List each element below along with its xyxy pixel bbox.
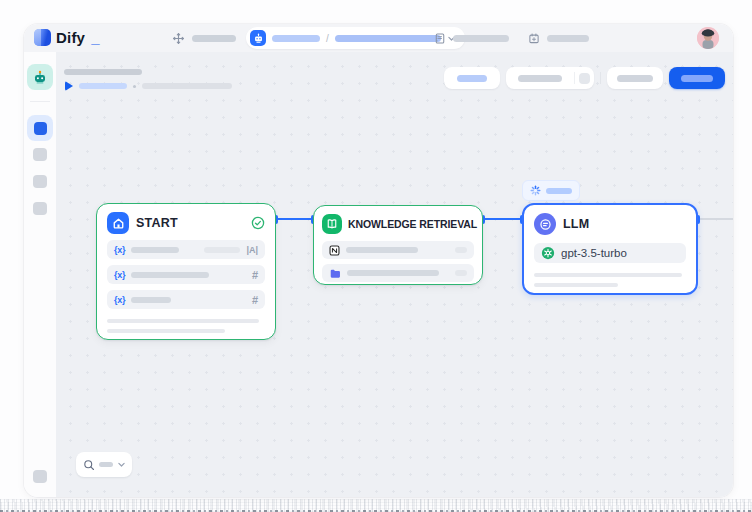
- changelog-link[interactable]: [434, 24, 509, 52]
- dataset-row[interactable]: [322, 264, 474, 282]
- toolbar-divider: [600, 72, 601, 84]
- schedule-link[interactable]: [528, 24, 589, 52]
- run-app-split-button[interactable]: [506, 67, 594, 89]
- features-button[interactable]: [444, 67, 500, 89]
- publish-button[interactable]: [669, 67, 725, 89]
- node-description: [534, 273, 686, 287]
- text-type-icon: |A|: [246, 245, 258, 255]
- placeholder-bar: [107, 329, 225, 333]
- variable-row[interactable]: {x} |A|: [107, 240, 265, 259]
- node-llm[interactable]: LLM gpt-3.5-turbo: [522, 203, 698, 295]
- sidebar-item-settings[interactable]: [33, 470, 47, 483]
- sidebar-item-workflow-active[interactable]: [27, 115, 53, 141]
- variable-icon: {x}: [114, 245, 125, 255]
- node-start[interactable]: START {x} |A| {x} # {x} #: [96, 203, 276, 340]
- sidebar-item[interactable]: [33, 175, 47, 188]
- sidebar-item[interactable]: [33, 148, 47, 161]
- workflow-icon: [34, 122, 47, 135]
- user-avatar[interactable]: [697, 27, 719, 49]
- placeholder-bar: [107, 319, 259, 323]
- path-separator: /: [326, 33, 329, 44]
- app-selector[interactable]: /: [246, 27, 465, 49]
- sidebar-divider: [30, 101, 50, 102]
- brand-cursor: _: [91, 29, 99, 46]
- robot-icon: [250, 30, 266, 46]
- placeholder-bar: [534, 283, 618, 287]
- dot-separator: [133, 85, 136, 88]
- placeholder-bar: [681, 75, 713, 82]
- variable-row[interactable]: {x} #: [107, 265, 265, 284]
- dify-logo-icon: [34, 29, 51, 46]
- play-icon[interactable]: [65, 81, 73, 91]
- robot-app-icon: [32, 69, 48, 85]
- home-icon: [107, 212, 129, 234]
- calendar-plus-icon: [528, 32, 540, 45]
- zoom-control[interactable]: [76, 452, 132, 477]
- node-header: LLM: [534, 213, 686, 235]
- placeholder-bar: [335, 35, 441, 42]
- edge-start-to-knowledge: [276, 218, 313, 220]
- placeholder-bar: [192, 35, 236, 42]
- node-title: LLM: [563, 217, 686, 231]
- more-button[interactable]: [575, 67, 594, 89]
- left-sidebar: [24, 52, 56, 497]
- number-type-icon: #: [252, 294, 258, 306]
- workflow-title-placeholder: [64, 69, 142, 75]
- openai-icon: [541, 246, 555, 260]
- sidebar-app-icon[interactable]: [27, 64, 53, 90]
- variable-row[interactable]: {x} #: [107, 290, 265, 309]
- node-knowledge-retrieval[interactable]: KNOWLEDGE RETRIEVAL: [313, 205, 483, 285]
- placeholder-bar: [455, 247, 467, 253]
- placeholder-bar: [453, 35, 509, 42]
- node-title: START: [136, 216, 244, 230]
- dify-logo: Dify _: [34, 29, 99, 46]
- placeholder-bar: [547, 35, 589, 42]
- placeholder-bar: [346, 247, 418, 253]
- sidebar-item[interactable]: [33, 202, 47, 215]
- app-window: Dify _ /: [24, 24, 733, 497]
- node-header: START: [107, 212, 265, 234]
- screenshot-noise-artifact: [0, 499, 752, 512]
- edge-knowledge-to-llm: [483, 218, 522, 220]
- placeholder-bar: [272, 35, 320, 42]
- node-description: [107, 319, 265, 333]
- placeholder-bar: [455, 270, 467, 276]
- chevron-down-icon: [117, 460, 126, 469]
- brand-wordmark: Dify: [56, 29, 85, 46]
- placeholder-bar: [457, 75, 487, 82]
- model-name: gpt-3.5-turbo: [561, 247, 627, 259]
- folder-icon: [329, 268, 341, 279]
- variable-icon: {x}: [114, 270, 125, 280]
- dataset-row[interactable]: [322, 241, 474, 259]
- notebook-icon: [434, 32, 446, 45]
- run-button[interactable]: [506, 67, 574, 89]
- book-open-icon: [322, 214, 342, 234]
- placeholder-square: [579, 73, 590, 84]
- notion-icon: [329, 245, 340, 256]
- placeholder-bar: [617, 75, 653, 82]
- edge-llm-to-offscreen: [698, 218, 733, 220]
- workspace-switcher[interactable]: [172, 24, 236, 52]
- placeholder-bar: [534, 273, 682, 277]
- preview-button[interactable]: [607, 67, 663, 89]
- placeholder-bar: [131, 297, 171, 303]
- placeholder-bar: [142, 83, 232, 89]
- model-row[interactable]: gpt-3.5-turbo: [534, 243, 686, 263]
- placeholder-bar: [79, 83, 127, 89]
- canvas-toolbar: [444, 67, 725, 89]
- workflow-canvas[interactable]: START {x} |A| {x} # {x} #: [56, 52, 733, 497]
- placeholder-bar: [131, 247, 179, 253]
- check-circle-icon: [251, 216, 265, 230]
- spinner-icon: [530, 185, 541, 196]
- llm-icon: [534, 213, 556, 235]
- node-header: KNOWLEDGE RETRIEVAL: [322, 214, 474, 234]
- placeholder-bar: [347, 270, 439, 276]
- node-title: KNOWLEDGE RETRIEVAL: [348, 218, 477, 230]
- top-header: Dify _ /: [24, 24, 733, 52]
- run-info: [65, 81, 232, 91]
- placeholder-bar: [204, 247, 240, 253]
- placeholder-bar: [518, 75, 562, 82]
- variable-icon: {x}: [114, 295, 125, 305]
- placeholder-bar: [546, 188, 572, 194]
- placeholder-bar: [131, 272, 209, 278]
